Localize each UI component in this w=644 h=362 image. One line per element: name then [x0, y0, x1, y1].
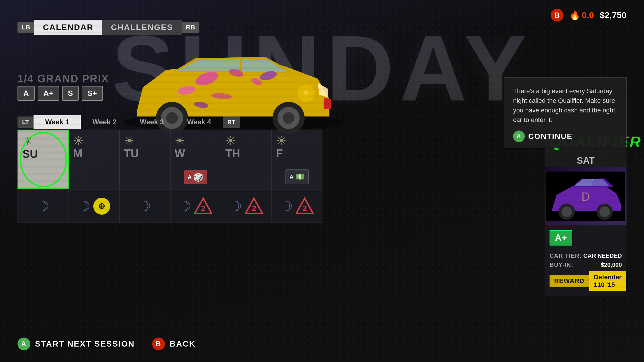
- svg-point-24: [561, 206, 572, 217]
- tooltip-text: There's a big event every Saturday night…: [513, 86, 617, 125]
- f-warning-icon: 2: [296, 197, 314, 215]
- b-button-back: B: [152, 338, 165, 350]
- tier-badges: A A+ S S+: [17, 86, 103, 101]
- th-night-cell: ☽ 2: [221, 189, 272, 223]
- w-event-tier: A: [188, 174, 192, 180]
- tooltip-box: There's a big event every Saturday night…: [504, 77, 627, 148]
- top-navigation: LB CALENDAR CHALLENGES RB: [17, 20, 199, 35]
- reward-value: Defender 110 '15: [589, 271, 626, 291]
- fire-icon: 🔥: [569, 10, 580, 20]
- svg-text:2: 2: [252, 204, 256, 213]
- f-event-icon: 💵: [295, 172, 305, 181]
- calendar-tab[interactable]: CALENDAR: [34, 20, 102, 35]
- week4-tab[interactable]: Week 4: [176, 115, 223, 129]
- tier-badge-aplus: A+: [38, 86, 59, 101]
- start-session-label: START NEXT SESSION: [35, 339, 135, 349]
- top-right-stats: B 🔥 0.0 $2,750: [551, 9, 627, 22]
- svg-point-6: [283, 112, 294, 124]
- tooltip-continue[interactable]: A CONTINUE: [513, 130, 617, 142]
- qualifier-panel: QUALIFIER SAT D A+ CAR TIER: CAR NEEDED …: [545, 130, 627, 296]
- day-th-cell[interactable]: ☀ TH: [221, 130, 272, 189]
- car-tier-value: CAR NEEDED: [583, 252, 622, 259]
- day-m-cell[interactable]: ☀ M: [69, 130, 120, 189]
- start-session-btn[interactable]: A START NEXT SESSION: [17, 338, 135, 350]
- qualifier-info: A+ CAR TIER: CAR NEEDED BUY-IN: $20,000 …: [545, 225, 627, 296]
- lt-button[interactable]: LT: [17, 116, 34, 128]
- f-moon-icon: ☽: [281, 198, 293, 214]
- w-event-icon: 🎲: [193, 172, 203, 182]
- th-sun-icon: ☀: [225, 134, 236, 147]
- qualifier-reward-row: REWARD Defender 110 '15: [550, 271, 622, 291]
- m-crash-icon: ⊕: [93, 198, 110, 215]
- reward-label: REWARD: [550, 275, 589, 287]
- challenges-tab[interactable]: CHALLENGES: [102, 20, 182, 35]
- svg-text:⚡: ⚡: [302, 89, 310, 97]
- svg-point-26: [599, 206, 610, 217]
- money-stat: $2,750: [600, 10, 627, 20]
- week1-tab[interactable]: Week 1: [34, 115, 81, 129]
- car-image: ⚡: [114, 35, 353, 146]
- w-moon-icon: ☽: [179, 198, 191, 214]
- qualifier-buy-in-row: BUY-IN: $20,000: [550, 262, 622, 268]
- back-label: BACK: [170, 339, 196, 349]
- f-event-badge: A 💵: [286, 169, 309, 184]
- day-f-cell[interactable]: ☀ F A 💵: [272, 130, 322, 189]
- bottom-controls: A START NEXT SESSION B BACK: [17, 338, 196, 350]
- week2-tab[interactable]: Week 2: [81, 115, 128, 129]
- m-night-cell: ☽ ⊕: [69, 189, 120, 223]
- su-sun-icon: ☀: [22, 135, 33, 148]
- qualifier-car-tier-row: CAR TIER: CAR NEEDED: [550, 252, 622, 259]
- lb-button[interactable]: LB: [17, 22, 34, 33]
- fire-value: 0.0: [582, 10, 594, 20]
- m-moon-icon: ☽: [78, 198, 90, 214]
- svg-text:2: 2: [201, 204, 206, 213]
- f-night-cell: ☽ 2: [272, 189, 322, 223]
- day-tu-cell[interactable]: ☀ TU: [120, 130, 170, 189]
- th-moon-icon: ☽: [230, 198, 242, 214]
- buy-in-label: BUY-IN:: [550, 262, 573, 268]
- tu-sun-icon: ☀: [124, 134, 134, 147]
- calendar-bottom-row: ☽ ☽ ⊕ ☽ ☽ 2 ☽ 2 ☽: [17, 189, 327, 223]
- grand-prix-label: 1/4 GRAND PRIX: [17, 73, 109, 85]
- w-night-cell: ☽ 2: [170, 189, 221, 223]
- su-moon-icon: ☽: [37, 198, 49, 214]
- calendar-top-row: ☀ SU ☀ M ☀ TU ☀ W A 🎲 ☀ TH: [17, 130, 327, 189]
- svg-text:2: 2: [302, 204, 307, 213]
- day-su-cell[interactable]: ☀ SU: [17, 130, 69, 189]
- qualifier-day: SAT: [545, 154, 627, 167]
- qualifier-tier-container: A+: [550, 230, 622, 249]
- m-label: M: [73, 147, 83, 160]
- tu-night-cell: ☽: [120, 189, 170, 223]
- car-tier-label: CAR TIER:: [550, 252, 582, 259]
- back-btn[interactable]: B BACK: [152, 338, 196, 350]
- tier-badge-s: S: [62, 86, 79, 101]
- buy-in-value: $20,000: [601, 262, 622, 268]
- qualifier-car-svg: D: [546, 172, 625, 221]
- w-sun-icon: ☀: [175, 134, 185, 147]
- tier-badge-a: A: [17, 86, 35, 101]
- svg-text:D: D: [582, 190, 590, 203]
- a-button-start: A: [17, 338, 30, 350]
- qualifier-car-area: D: [545, 167, 627, 225]
- w-label: W: [175, 147, 185, 160]
- day-w-cell[interactable]: ☀ W A 🎲: [170, 130, 221, 189]
- f-event-tier: A: [290, 174, 294, 180]
- f-label: F: [276, 147, 283, 160]
- m-sun-icon: ☀: [73, 134, 84, 147]
- tu-moon-icon: ☽: [139, 198, 151, 214]
- su-night-cell: ☽: [17, 189, 69, 223]
- f-sun-icon: ☀: [276, 134, 287, 147]
- fire-stat: 🔥 0.0: [569, 10, 594, 20]
- continue-label: CONTINUE: [528, 132, 573, 141]
- tu-label: TU: [124, 147, 139, 160]
- th-warning-icon: 2: [245, 197, 263, 215]
- rb-button[interactable]: RB: [182, 22, 199, 33]
- b-indicator: B: [551, 9, 564, 22]
- calendar-grid: ☀ SU ☀ M ☀ TU ☀ W A 🎲 ☀ TH: [17, 130, 327, 223]
- rt-button[interactable]: RT: [223, 116, 240, 128]
- w-warning-icon: 2: [194, 197, 212, 215]
- tier-badge-splus: S+: [82, 86, 103, 101]
- qualifier-tier-badge: A+: [550, 230, 572, 246]
- week3-tab[interactable]: Week 3: [128, 115, 176, 129]
- th-label: TH: [225, 147, 240, 160]
